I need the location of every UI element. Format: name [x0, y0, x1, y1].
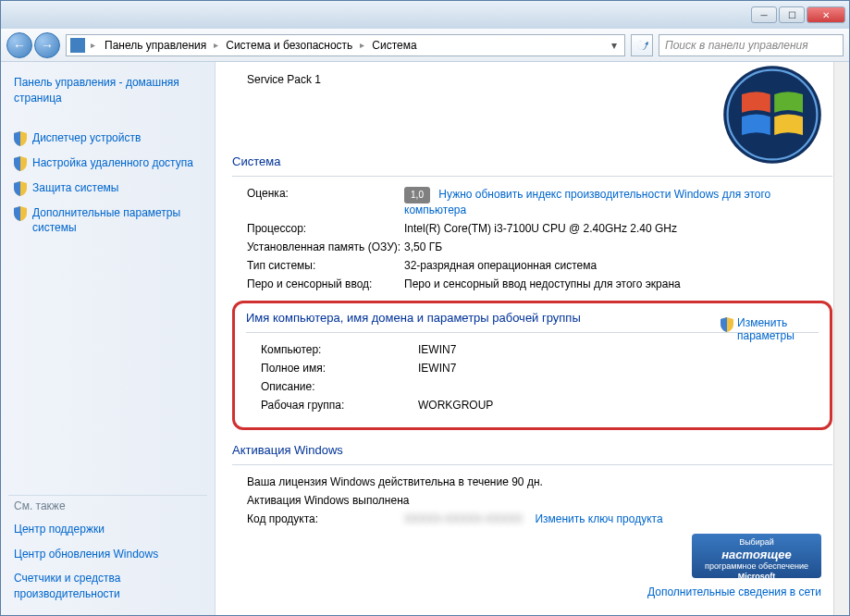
- content-pane: Service Pack 1 Система Оценка: 1,0 Нужно…: [216, 62, 849, 615]
- shield-icon: [14, 131, 27, 146]
- product-key-hidden: XXXXX-XXXXX-XXXXX: [404, 512, 523, 525]
- breadcrumb: Панель управления ▸ Система и безопаснос…: [101, 37, 421, 54]
- sidebar-item-protection[interactable]: Защита системы: [8, 177, 207, 200]
- sidebar-item-label: Защита системы: [32, 180, 118, 196]
- prop-row-product-key: Код продукта: XXXXX-XXXXX-XXXXX Изменить…: [232, 510, 832, 528]
- prop-value: IEWIN7: [418, 362, 819, 375]
- prop-label: Процессор:: [247, 222, 404, 235]
- search-placeholder: Поиск в панели управления: [665, 39, 808, 52]
- prop-row-rating: Оценка: 1,0 Нужно обновить индекс произв…: [232, 184, 832, 219]
- activation-line: Ваша лицензия Windows действительна в те…: [232, 473, 832, 491]
- close-button[interactable]: ✕: [807, 6, 845, 23]
- refresh-button[interactable]: [631, 34, 653, 56]
- sidebar-home-link[interactable]: Панель управления - домашняя страница: [8, 71, 207, 110]
- see-also-header: См. также: [8, 495, 207, 516]
- genuine-microsoft-badge[interactable]: Выбирай настоящее программное обеспечени…: [692, 534, 821, 578]
- oem-line: настоящее: [696, 548, 818, 562]
- maximize-button[interactable]: ☐: [779, 6, 805, 23]
- minimize-button[interactable]: ─: [751, 6, 777, 23]
- breadcrumb-item[interactable]: Панель управления: [101, 37, 210, 54]
- prop-row-ram: Установленная память (ОЗУ): 3,50 ГБ: [232, 238, 832, 256]
- computer-name-section-highlight: Имя компьютера, имя домена и параметры р…: [232, 301, 832, 430]
- sidebar-item-label: Счетчики и средства производительности: [14, 571, 202, 602]
- sidebar-item-label: Центр поддержки: [14, 522, 105, 537]
- sidebar-item-action-center[interactable]: Центр поддержки: [8, 518, 207, 541]
- prop-row-cpu: Процессор: Intel(R) Core(TM) i3-7100U CP…: [232, 219, 832, 238]
- change-settings-link[interactable]: Изменить параметры: [721, 316, 813, 342]
- sidebar-item-device-manager[interactable]: Диспетчер устройств: [8, 127, 207, 150]
- sidebar-item-remote[interactable]: Настройка удаленного доступа: [8, 152, 207, 175]
- prop-value: 32-разрядная операционная система: [404, 259, 832, 272]
- svg-point-0: [723, 66, 821, 164]
- sidebar-home-label: Панель управления - домашняя страница: [14, 75, 202, 106]
- address-dropdown-icon[interactable]: ▾: [608, 39, 621, 52]
- change-settings-label: Изменить параметры: [737, 316, 813, 342]
- rating-update-link[interactable]: Нужно обновить индекс производительности…: [404, 188, 770, 216]
- oem-line: Выбирай: [696, 537, 818, 548]
- prop-label: Установленная память (ОЗУ):: [247, 240, 404, 253]
- oem-line: программное обеспечение: [696, 561, 818, 572]
- oem-line: Microsoft: [696, 572, 818, 582]
- sidebar-item-label: Дополнительные параметры системы: [32, 205, 202, 237]
- sidebar-item-advanced[interactable]: Дополнительные параметры системы: [8, 202, 207, 240]
- prop-value: IEWIN7: [418, 343, 819, 356]
- titlebar: ─ ☐ ✕: [1, 1, 849, 29]
- body: Панель управления - домашняя страница Ди…: [1, 62, 849, 615]
- activation-section-header: Активация Windows: [232, 443, 832, 457]
- sidebar-item-perf-tools[interactable]: Счетчики и средства производительности: [8, 567, 207, 606]
- sidebar-item-label: Центр обновления Windows: [14, 547, 158, 562]
- prop-row-description: Описание:: [246, 377, 819, 396]
- prop-label: Описание:: [261, 380, 418, 393]
- sidebar-item-windows-update[interactable]: Центр обновления Windows: [8, 543, 207, 566]
- chevron-right-icon: ▸: [89, 40, 97, 50]
- chevron-right-icon: ▸: [212, 40, 220, 50]
- prop-value: Intel(R) Core(TM) i3-7100U CPU @ 2.40GHz…: [404, 222, 832, 235]
- prop-label: Рабочая группа:: [261, 399, 418, 412]
- prop-row-pen: Перо и сенсорный ввод: Перо и сенсорный …: [232, 275, 832, 293]
- control-panel-icon: [70, 38, 85, 53]
- activation-text: Ваша лицензия Windows действительна в те…: [247, 475, 543, 488]
- shield-icon: [14, 181, 27, 196]
- prop-value: WORKGROUP: [418, 399, 819, 412]
- chevron-right-icon: ▸: [358, 40, 366, 50]
- prop-label: Тип системы:: [247, 259, 404, 272]
- sidebar: Панель управления - домашняя страница Ди…: [1, 62, 216, 615]
- prop-value: [418, 380, 819, 393]
- rating-badge: 1,0: [404, 187, 430, 203]
- prop-row-workgroup: Рабочая группа: WORKGROUP: [246, 396, 819, 414]
- prop-value: 3,50 ГБ: [404, 240, 832, 253]
- breadcrumb-item[interactable]: Система: [368, 37, 420, 54]
- prop-label: Компьютер:: [261, 343, 418, 356]
- back-button[interactable]: ←: [6, 32, 32, 58]
- activation-text: Активация Windows выполнена: [247, 494, 409, 507]
- more-info-online-link[interactable]: Дополнительные сведения в сети: [647, 585, 821, 598]
- breadcrumb-item[interactable]: Система и безопасность: [222, 37, 356, 54]
- forward-button[interactable]: →: [34, 32, 60, 58]
- shield-icon: [721, 317, 733, 332]
- shield-icon: [14, 206, 27, 221]
- prop-value: Перо и сенсорный ввод недоступны для это…: [404, 277, 832, 290]
- navbar: ← → ▸ Панель управления ▸ Система и безо…: [1, 29, 849, 62]
- prop-label: Код продукта:: [247, 512, 404, 525]
- prop-label: Полное имя:: [261, 362, 418, 375]
- windows-logo-icon: [721, 64, 823, 166]
- prop-row-fullname: Полное имя: IEWIN7: [246, 359, 819, 377]
- search-input[interactable]: Поиск в панели управления: [659, 34, 844, 56]
- activation-line: Активация Windows выполнена: [232, 491, 832, 510]
- sidebar-item-label: Диспетчер устройств: [32, 130, 141, 146]
- window: ─ ☐ ✕ ← → ▸ Панель управления ▸ Система …: [0, 0, 850, 616]
- scrollbar[interactable]: [833, 62, 849, 615]
- refresh-icon: [635, 39, 648, 52]
- change-key-link[interactable]: Изменить ключ продукта: [535, 512, 662, 525]
- prop-row-computer: Компьютер: IEWIN7: [246, 340, 819, 359]
- sidebar-item-label: Настройка удаленного доступа: [32, 155, 193, 171]
- address-bar[interactable]: ▸ Панель управления ▸ Система и безопасн…: [66, 34, 625, 56]
- prop-label: Перо и сенсорный ввод:: [247, 277, 404, 290]
- prop-label: Оценка:: [247, 187, 404, 216]
- shield-icon: [14, 156, 27, 171]
- prop-row-type: Тип системы: 32-разрядная операционная с…: [232, 256, 832, 275]
